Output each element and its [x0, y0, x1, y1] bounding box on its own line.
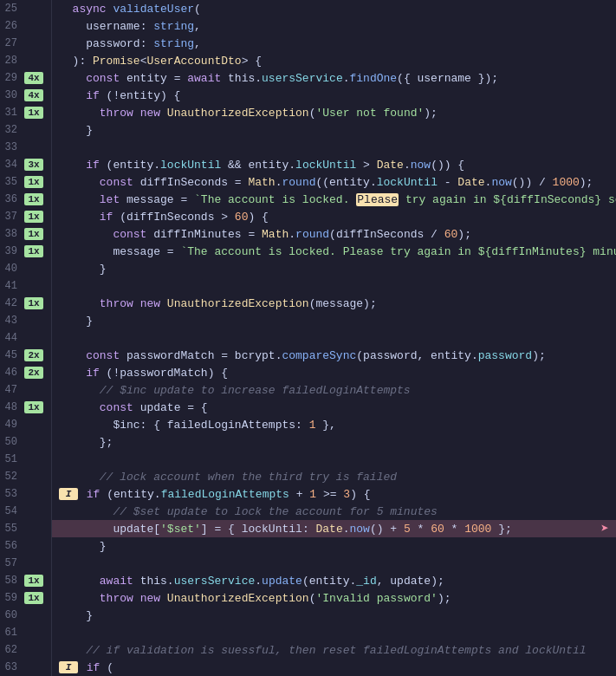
- coverage-badge: 4x: [24, 89, 43, 101]
- code-content: async validateUser( username: string, pa…: [52, 0, 616, 676]
- token-fn: compareSync: [282, 349, 356, 362]
- token-num: 1: [309, 419, 316, 432]
- token-tpl: `The account is locked. Please try again…: [180, 245, 616, 258]
- token-str: 'User not found': [315, 107, 424, 120]
- gutter-row: 343x: [0, 156, 51, 173]
- token-plain: ({ username });: [397, 72, 498, 85]
- line-number: 55: [0, 523, 24, 535]
- code-line: let message = `The account is locked. Pl…: [52, 191, 616, 208]
- coverage-badge: 3x: [24, 159, 43, 171]
- code-line: throw new UnauthorizedException('Invalid…: [52, 589, 616, 607]
- token-kw: const: [59, 349, 126, 362]
- token-plain: );: [532, 349, 546, 362]
- token-kw: if: [80, 661, 107, 674]
- token-cls: UnauthorizedException: [167, 297, 309, 310]
- gutter-row: 54: [0, 503, 51, 520]
- token-kw: const: [59, 401, 140, 414]
- gutter-row: 28: [0, 52, 51, 69]
- token-cmt: // lock account when the third try is fa…: [59, 471, 397, 484]
- code-line: [52, 139, 616, 156]
- gutter-row: 61: [0, 624, 51, 641]
- token-plain: ) {: [248, 211, 268, 224]
- token-plain: diffInSeconds: [140, 176, 235, 189]
- token-num: 60: [431, 523, 444, 536]
- code-line: update['$set'] = { lockUntil: Date.now()…: [52, 520, 616, 537]
- token-plain: message: [59, 245, 167, 258]
- coverage-badge: 4x: [24, 72, 43, 84]
- arrow-icon: ➤: [600, 520, 609, 537]
- token-plain: (: [309, 592, 316, 605]
- token-kw: throw: [59, 297, 140, 310]
- token-plain: ,: [194, 37, 201, 50]
- token-plain: {: [201, 401, 208, 414]
- token-plain: ]: [201, 523, 215, 536]
- token-plain: (entity.: [107, 488, 160, 501]
- token-prop: lockUntil: [295, 159, 356, 172]
- token-plain: bcrypt.: [235, 349, 282, 362]
- code-line: [52, 555, 616, 572]
- token-num: 60: [235, 211, 249, 224]
- token-fn: now: [350, 523, 370, 536]
- token-cls: Date: [457, 176, 484, 189]
- branch-badge: I: [59, 661, 78, 673]
- token-plain: }: [59, 263, 107, 276]
- token-plain: (diffInSeconds /: [329, 228, 444, 241]
- line-number: 41: [0, 280, 24, 292]
- token-kw: const: [59, 72, 126, 85]
- token-plain: update: [140, 401, 188, 414]
- code-line: }: [52, 121, 616, 139]
- code-line: // lock account when the third try is fa…: [52, 468, 616, 485]
- line-number: 59: [0, 592, 24, 604]
- code-line: if (diffInSeconds > 60) {: [52, 208, 616, 225]
- line-number: 50: [0, 436, 24, 448]
- code-line: const passwordMatch = bcrypt.compareSync…: [52, 347, 616, 364]
- token-kw: let: [59, 193, 126, 206]
- line-number: 58: [0, 575, 24, 587]
- code-line: username: string,: [52, 17, 616, 35]
- token-num: 1000: [464, 523, 491, 536]
- token-kw: throw: [59, 592, 140, 605]
- token-plain: this.: [140, 575, 174, 588]
- gutter-row: 304x: [0, 87, 51, 104]
- token-prop: lockUntil: [377, 176, 438, 189]
- gutter-row: 56: [0, 537, 51, 555]
- line-number: 46: [0, 367, 24, 379]
- code-line: $inc: { failedLoginAttempts: 1 },: [52, 416, 616, 433]
- gutter-row: 57: [0, 555, 51, 572]
- gutter-row: 421x: [0, 295, 51, 312]
- token-op: =: [167, 245, 181, 258]
- token-fn: update: [262, 575, 302, 588]
- token-plain: *: [444, 523, 464, 536]
- coverage-badge: 2x: [24, 349, 43, 361]
- gutter-row: 391x: [0, 243, 51, 260]
- token-plain: (entity.: [107, 159, 160, 172]
- token-cls: UserAccountDto: [146, 55, 241, 68]
- token-plain: diffInMinutes: [153, 228, 248, 241]
- token-plain: .: [485, 176, 492, 189]
- token-plain: ()) /: [512, 176, 553, 189]
- code-line: }: [52, 312, 616, 329]
- token-num: 5: [404, 523, 411, 536]
- token-kw: if: [80, 488, 107, 501]
- token-op: =: [187, 401, 201, 414]
- token-cmt: // $set update to lock the account for 5…: [59, 505, 438, 518]
- token-tpl: try again in ${diffInSeconds} seconds.`: [399, 193, 616, 206]
- line-number: 27: [0, 37, 24, 49]
- line-number: 40: [0, 263, 24, 275]
- token-plain: (: [309, 107, 316, 120]
- line-number: 26: [0, 20, 24, 32]
- gutter-row: 27: [0, 35, 51, 52]
- token-tpl: `The account is locked.: [194, 193, 356, 206]
- token-plain: *: [411, 523, 431, 536]
- code-line: throw new UnauthorizedException('User no…: [52, 104, 616, 121]
- token-plain: { lockUntil:: [228, 523, 315, 536]
- gutter-row: 49: [0, 416, 51, 433]
- token-cls: Math: [248, 176, 275, 189]
- token-op: =: [248, 228, 262, 241]
- token-plain: };: [59, 436, 113, 449]
- coverage-badge: 1x: [24, 228, 43, 240]
- branch-badge: I: [59, 488, 78, 500]
- coverage-badge: 1x: [24, 297, 43, 309]
- line-number: 29: [0, 72, 24, 84]
- line-number: 31: [0, 107, 24, 119]
